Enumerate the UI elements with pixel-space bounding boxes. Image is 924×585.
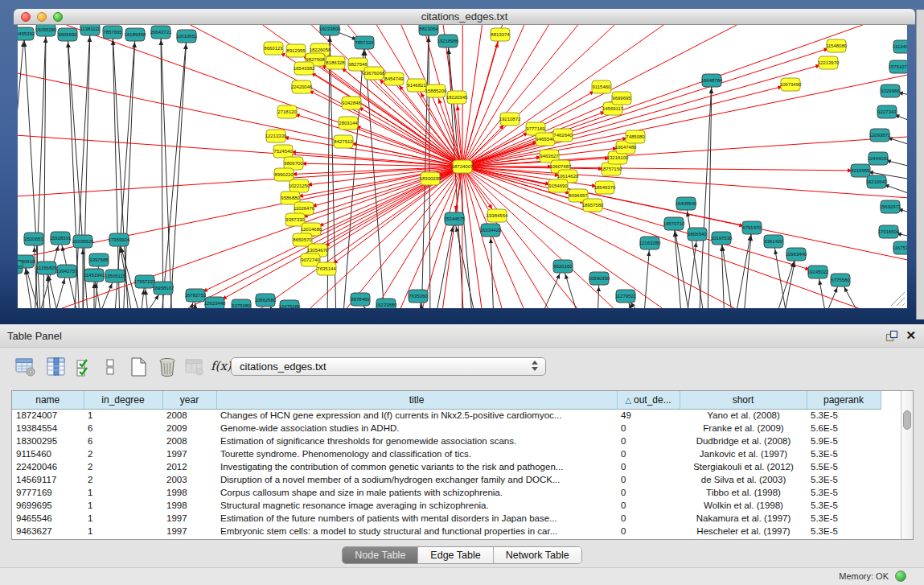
graph-node[interactable]: 11156829 [36,262,57,274]
graph-node[interactable]: 16782753 [185,289,207,302]
graph-node[interactable]: 17359924 [109,233,130,246]
graph-node[interactable]: 9465546 [536,133,555,146]
window-titlebar[interactable]: citations_edges.txt [14,9,915,25]
graph-node[interactable]: 12163280 [639,237,661,249]
graph-node[interactable]: 16210643 [866,175,888,188]
table-header-row[interactable]: namein_degreeyeartitle△out_de...shortpag… [12,391,881,409]
graph-node[interactable]: 10963440 [786,248,807,261]
table-row[interactable]: 1938455462009Genome-wide association stu… [12,422,881,435]
graph-node[interactable]: 9605690 [58,28,77,41]
graph-node[interactable]: 18957580 [582,199,604,212]
table-row[interactable]: 946554611997Estimation of the future num… [12,512,881,525]
graph-node[interactable]: 19384554 [487,209,508,222]
graph-node[interactable]: 8454749 [384,72,404,85]
tab-node-table[interactable]: Node Table [343,547,418,563]
graph-node[interactable]: 16033809 [319,25,341,35]
graph-node[interactable]: 12213339 [265,130,287,142]
graph-node[interactable]: 16543382 [294,62,315,75]
graph-node[interactable]: 13505115 [105,270,126,282]
graph-node[interactable]: 11381111 [80,25,101,35]
graph-node[interactable]: 15344575 [444,212,466,225]
graph-node[interactable]: 7857224 [355,36,374,49]
scrollbar-thumb[interactable] [903,410,911,430]
graph-node[interactable]: 19210872 [499,113,521,126]
graph-node[interactable]: 12444151 [868,152,889,165]
graph-node[interactable]: 10197530 [711,232,733,245]
graph-node[interactable]: 7635144 [317,262,336,275]
table-row[interactable]: 1872400712008Changes of HCN gene express… [12,409,881,422]
graph-node[interactable]: 10590350 [589,272,610,285]
graph-node[interactable]: 8215955 [851,164,870,177]
graph-node[interactable]: 11548080 [826,39,848,52]
float-panel-icon[interactable] [885,330,898,342]
column-header[interactable]: in_degree [84,391,162,409]
graph-node[interactable]: 8813074 [491,28,510,41]
close-panel-icon[interactable]: ✕ [906,328,916,343]
graph-node[interactable]: 9146821 [407,79,426,92]
graph-node[interactable]: 12093872 [869,129,891,142]
graph-node[interactable]: 9242848 [342,97,361,109]
graph-node[interactable]: 9806540 [688,228,707,241]
new-table-icon[interactable] [127,356,150,378]
function-builder-icon[interactable]: f(x) [211,356,233,378]
graph-node[interactable]: 15692971 [880,200,901,213]
table-selector-dropdown[interactable]: citations_edges.txt [231,357,546,376]
graph-node[interactable]: 11675338 [893,241,907,254]
graph-node[interactable]: 20206526 [72,235,94,248]
graph-node[interactable]: 22420046 [291,80,313,93]
show-column-icon[interactable] [45,356,68,378]
graph-node[interactable]: 16334420 [480,224,502,237]
table-row[interactable]: 2242004622012Investigating the contribut… [12,460,881,473]
graph-node[interactable]: 8660123 [264,42,283,55]
graph-node[interactable]: 11279521 [615,290,637,303]
graph-node[interactable]: 15885209 [425,84,447,97]
graph-node[interactable]: 14570710 [663,217,685,230]
graph-node[interactable]: 9397588 [89,253,109,266]
graph-node[interactable]: 16189358 [125,28,146,41]
graph-node[interactable]: 7462640 [553,129,573,142]
graph-node[interactable]: 2803144 [339,117,358,130]
graph-node[interactable]: 7524540 [273,145,293,158]
graph-node[interactable]: 16409540 [676,197,697,210]
column-header[interactable]: year [162,391,216,409]
graph-node[interactable]: 8912955 [286,44,306,57]
table-options-icon[interactable] [14,356,37,378]
column-header[interactable]: △out_de... [617,391,680,409]
column-header[interactable]: title [216,391,617,409]
graph-node[interactable]: 12923448 [204,297,226,308]
table-row[interactable]: 1456911722003Disruption of a novel membe… [12,473,881,486]
node-table-grid[interactable]: namein_degreeyeartitle△out_de...shortpag… [12,391,881,538]
graph-node[interactable]: 8878460 [351,293,370,306]
graph-node[interactable]: 10455392 [18,27,35,40]
graph-node[interactable]: 16233880 [376,299,397,308]
table-row[interactable]: 946362711997Embryonic stem cells: a mode… [12,525,881,538]
graph-node[interactable]: 18724007 [452,160,474,173]
graph-node[interactable]: 12610651 [176,30,198,43]
graph-node[interactable]: 16648784 [701,74,723,87]
graph-node[interactable]: 2718120 [277,105,297,118]
graph-node[interactable]: 9115460 [592,80,611,93]
graph-node[interactable]: 11124047 [893,40,907,53]
select-all-icon[interactable] [74,356,97,378]
graph-node[interactable]: 10221250 [289,179,310,192]
graph-node[interactable]: 7857665 [103,26,122,39]
graph-node[interactable]: 12475280 [279,300,301,308]
column-header[interactable]: name [12,391,84,409]
graph-node[interactable]: 23676068 [363,67,385,80]
graph-node[interactable]: 9275080 [232,299,251,308]
graph-node[interactable]: 7635060 [409,290,428,303]
graph-node[interactable]: 15751074 [889,60,907,73]
column-header[interactable]: pagerank [807,391,881,409]
graph-node[interactable]: 6791970 [742,221,762,234]
delete-trash-icon[interactable] [156,356,179,378]
table-row[interactable]: 911546021997Tourette syndrome. Phenomeno… [12,447,881,460]
graph-node[interactable]: 16055380 [35,25,57,36]
graph-node[interactable]: 2520651 [24,233,43,245]
graph-node[interactable]: 9520160 [553,260,573,273]
graph-node[interactable]: 17016504 [878,225,900,238]
graph-node[interactable]: 13942757 [56,265,78,278]
graph-node[interactable]: 19245022 [807,266,829,278]
graph-node[interactable]: 19218986 [437,35,459,47]
graph-node[interactable]: 18220345 [446,91,468,104]
graph-node[interactable]: 9361420 [764,235,783,248]
